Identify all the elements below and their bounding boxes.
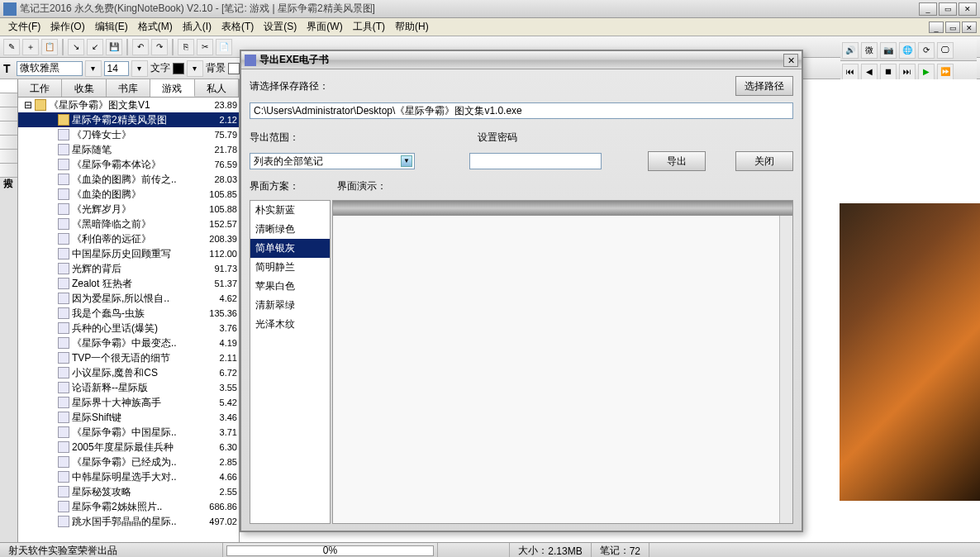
export-icon[interactable]: ↘ [68,39,84,55]
menu-item[interactable]: 插入(I) [178,19,216,34]
tree-tab[interactable]: 收集 [62,79,106,97]
preview-scrollbar[interactable] [779,216,792,523]
tree-tab[interactable]: 游戏 [150,79,194,97]
browse-button[interactable]: 选择路径 [735,76,793,96]
theme-listbox[interactable]: 朴实新蓝清晰绿色简单银灰简明静兰苹果白色清新翠绿光泽木纹 [250,200,331,524]
tree-row[interactable]: ⊟《血染的图腾》前传之..28.03 [18,172,239,187]
tree-tab[interactable]: 书库 [107,79,150,97]
theme-option[interactable]: 简单银灰 [250,239,330,258]
theme-option[interactable]: 清新翠绿 [250,296,330,315]
dialog-close-button[interactable]: ✕ [783,54,798,67]
save-path-input[interactable] [250,102,793,119]
textcolor-dropdown-icon[interactable]: ▾ [187,60,203,77]
side-tab[interactable]: 书签 [0,150,17,164]
menu-item[interactable]: 编辑(E) [90,19,133,34]
pen-tool-icon[interactable]: ✎ [3,39,20,55]
play-icon[interactable]: ▶ [918,64,935,80]
tree-row[interactable]: ⊟《利伯蒂的远征》208.39 [18,231,239,246]
screen-icon[interactable]: 🖵 [937,42,954,59]
theme-option[interactable]: 简明静兰 [250,258,330,277]
tree-row[interactable]: ⊟星际Shift键3.46 [18,410,239,425]
tree-row[interactable]: ⊟星际界十大神族高手5.42 [18,395,239,410]
import-icon[interactable]: ↙ [87,39,103,55]
tree-row[interactable]: ⊟星际争霸2精美风景图2.12 [18,112,239,127]
minimize-button[interactable]: _ [919,2,937,16]
side-tab[interactable]: 导航 [0,107,17,121]
menu-item[interactable]: 操作(O) [45,19,89,34]
tree-row[interactable]: ⊟《光辉岁月》105.88 [18,202,239,217]
camera-icon[interactable]: 📷 [880,42,897,59]
bg-color-swatch[interactable] [228,63,240,74]
paste-icon[interactable]: 📋 [41,39,58,55]
tree-row[interactable]: ⊟因为爱星际,所以恨自..4.62 [18,291,239,306]
side-tab[interactable]: 音乐 [0,136,17,150]
theme-option[interactable]: 朴实新蓝 [250,201,330,220]
password-input[interactable] [469,153,602,169]
copy-icon[interactable]: ⎘ [178,39,194,55]
prev-icon[interactable]: ⏮ [842,64,859,80]
export-button[interactable]: 导出 [648,151,706,171]
mdi-restore-button[interactable]: ▭ [945,21,960,33]
dialog-close-btn[interactable]: 关闭 [735,151,793,171]
clipboard-icon[interactable]: 📄 [216,39,232,55]
menu-item[interactable]: 工具(T) [348,19,390,34]
menu-item[interactable]: 界面(W) [302,19,347,34]
font-family-input[interactable] [17,61,83,76]
tree-row[interactable]: ⊟Zealot 狂热者51.37 [18,276,239,291]
next-track-icon[interactable]: ⏭ [899,64,916,80]
mdi-close-button[interactable]: ✕ [962,21,977,33]
undo-icon[interactable]: ↶ [132,39,149,55]
font-dropdown-icon[interactable]: ▾ [85,60,102,77]
menu-item[interactable]: 设置(S) [259,19,302,34]
stop-icon[interactable]: ⏹ [880,64,897,80]
tree-row[interactable]: ⊟《星际争霸本体论》76.59 [18,157,239,172]
sound-icon[interactable]: 🔊 [842,42,859,59]
note-tree[interactable]: ⊟《星际争霸》图文集V123.89⊟星际争霸2精美风景图2.12⊟《刀锋女士》7… [18,98,239,542]
lang-icon[interactable]: 微 [861,42,878,59]
tree-row[interactable]: ⊟兵种的心里话(爆笑)3.76 [18,321,239,336]
redo-icon[interactable]: ↷ [151,39,168,55]
theme-option[interactable]: 清晰绿色 [250,220,330,239]
theme-option[interactable]: 光泽木纹 [250,315,330,334]
scope-combobox[interactable]: 列表的全部笔记 ▼ [250,153,415,169]
mdi-minimize-button[interactable]: _ [929,21,944,33]
tree-row[interactable]: ⊟《刀锋女士》75.79 [18,127,239,142]
tree-row[interactable]: ⊟跳水国手郭晶晶的星际..497.02 [18,514,239,529]
side-tab[interactable]: 日程 [0,121,17,136]
tree-row[interactable]: ⊟《黑暗降临之前》152.57 [18,217,239,231]
menu-item[interactable]: 格式(M) [133,19,178,34]
theme-option[interactable]: 苹果白色 [250,277,330,296]
tree-tab[interactable]: 私人 [195,79,239,97]
tree-row[interactable]: ⊟星际随笔21.78 [18,142,239,157]
tree-row[interactable]: ⊟中国星际历史回顾重写112.00 [18,246,239,261]
menu-item[interactable]: 文件(F) [3,19,45,34]
tree-row[interactable]: ⊟星际秘笈攻略2.55 [18,484,239,499]
font-size-input[interactable] [104,61,129,76]
side-tab[interactable]: 笔记 [0,79,17,93]
cut-icon[interactable]: ✂ [197,39,213,55]
tree-row[interactable]: ⊟《星际争霸》中国星际..3.71 [18,425,239,440]
tree-row[interactable]: ⊟星际争霸2姊妹照片..686.86 [18,499,239,514]
refresh-icon[interactable]: ⟳ [918,42,935,59]
tree-row[interactable]: ⊟中韩星际明星选手大对..4.66 [18,469,239,484]
ff-icon[interactable]: ⏩ [937,64,954,80]
tree-row[interactable]: ⊟2005年度星际最佳兵种6.30 [18,440,239,455]
tree-row[interactable]: ⊟《血染的图腾》105.85 [18,187,239,202]
menu-item[interactable]: 表格(T) [216,19,259,34]
new-note-icon[interactable]: ＋ [22,39,39,55]
globe-icon[interactable]: 🌐 [899,42,916,59]
tree-row[interactable]: ⊟《星际争霸》已经成为..2.85 [18,455,239,469]
play-back-icon[interactable]: ◀ [861,64,878,80]
close-button[interactable]: ✕ [959,2,977,16]
tree-row[interactable]: ⊟小议星际,魔兽和CS6.72 [18,365,239,380]
tree-row[interactable]: ⊟光辉的背后91.73 [18,261,239,276]
tree-row[interactable]: ⊟《星际争霸》中最变态..4.19 [18,336,239,350]
maximize-button[interactable]: ▭ [939,2,957,16]
tree-row[interactable]: ⊟论语新释--星际版3.55 [18,380,239,395]
size-dropdown-icon[interactable]: ▾ [131,60,148,77]
menu-item[interactable]: 帮助(H) [390,19,434,34]
side-tab[interactable]: 日记 [0,93,17,107]
side-tab[interactable]: 搜索 [0,164,17,178]
tree-row[interactable]: ⊟我是个蠢鸟-虫族135.36 [18,306,239,321]
chevron-down-icon[interactable]: ▼ [401,155,412,167]
